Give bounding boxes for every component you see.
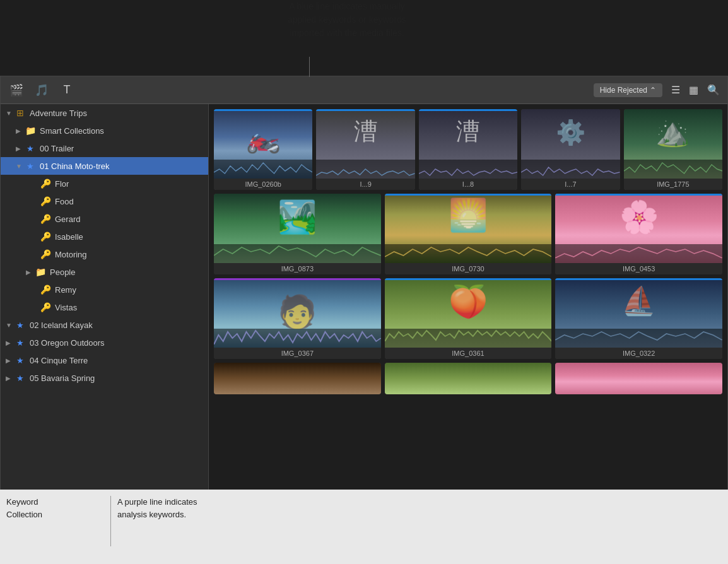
- keyword-icon: 🔑: [40, 231, 51, 242]
- media-card-img0453[interactable]: 🌸 IMG_0453: [555, 194, 722, 274]
- star-icon: ★: [25, 143, 36, 154]
- sidebar-item-adventure-trips[interactable]: ▼ ⊞ Adventure Trips: [1, 104, 208, 122]
- sidebar-item-food[interactable]: 🔑 Food: [1, 192, 208, 210]
- media-row: 🧑 IMG_0367 🍑: [214, 278, 722, 359]
- chevron-icon: ▼: [16, 163, 25, 170]
- media-label: I...7: [521, 179, 619, 190]
- media-card-img1775[interactable]: ⛰️ IMG_1775: [624, 109, 722, 190]
- sidebar-item-label: Adventure Trips: [30, 109, 203, 118]
- purple-keyword-line: [214, 278, 381, 280]
- libraries-icon[interactable]: 🎬: [8, 82, 25, 98]
- media-card-img9[interactable]: 漕 I...9: [316, 109, 414, 190]
- sidebar-item-label: 03 Oregon Outdoors: [30, 338, 203, 348]
- sidebar-item-flor[interactable]: 🔑 Flor: [1, 175, 208, 192]
- sidebar-item-label: Motoring: [55, 250, 203, 259]
- star-icon: ★: [15, 372, 26, 384]
- media-label: IMG_0361: [385, 348, 552, 359]
- sidebar-item-isabelle[interactable]: 🔑 Isabelle: [1, 228, 208, 245]
- media-card-img0367[interactable]: 🧑 IMG_0367: [214, 278, 381, 359]
- hide-rejected-button[interactable]: Hide Rejected ⌃: [594, 83, 662, 97]
- list-view-icon[interactable]: ☰: [671, 84, 680, 96]
- media-card-partial1[interactable]: [214, 363, 381, 394]
- sidebar-item-motoring[interactable]: 🔑 Motoring: [1, 245, 208, 263]
- media-card-img0322[interactable]: ⛵ IMG_0322: [555, 278, 722, 359]
- sidebar-item-02-iceland[interactable]: ▼ ★ 02 Iceland Kayak: [1, 316, 208, 334]
- media-row: [214, 363, 722, 394]
- media-card-img7[interactable]: ⚙️ I...7: [521, 109, 619, 190]
- peach-overlay: 🍑: [449, 283, 488, 320]
- search-icon[interactable]: 🔍: [707, 84, 720, 96]
- media-card-img0873[interactable]: 🏞️ IMG_0873: [214, 194, 381, 274]
- blue-keyword-line: [419, 109, 517, 111]
- blue-keyword-line: [555, 194, 722, 196]
- keyword-icon: 🔑: [40, 249, 51, 260]
- people-overlay: 🧑: [278, 293, 317, 330]
- media-card-img0260b[interactable]: 🏍️ IMG_0260b: [214, 109, 312, 190]
- star-icon: ★: [15, 319, 26, 331]
- sidebar-item-label: People: [50, 267, 203, 277]
- folder-icon: 📁: [35, 266, 46, 278]
- keyword-icon: 🔑: [40, 213, 51, 225]
- sidebar-item-03-oregon[interactable]: ▶ ★ 03 Oregon Outdoors: [1, 334, 208, 351]
- top-callout: A blue line indicates manually applied k…: [233, 0, 461, 40]
- sidebar-item-label: 02 Iceland Kayak: [30, 320, 203, 330]
- sidebar-item-gerard[interactable]: 🔑 Gerard: [1, 210, 208, 228]
- folder-icon: 📁: [25, 125, 36, 136]
- content-area: ▼ ⊞ Adventure Trips ▶ 📁 Smart Collection…: [1, 104, 727, 548]
- chevron-icon: ▼: [6, 322, 15, 329]
- chevron-icon: ▶: [16, 145, 25, 152]
- media-label: IMG_0730: [385, 263, 552, 274]
- annotation-divider: [110, 496, 111, 546]
- sidebar-item-label: Vistas: [55, 303, 203, 312]
- media-label: IMG_0367: [214, 348, 381, 359]
- keyword-collection-label: Keyword Collection: [6, 497, 42, 519]
- blue-keyword-line: [316, 109, 414, 111]
- chevron-icon: ▶: [6, 339, 15, 346]
- media-row: 🏍️ IMG_0260b 漕: [214, 109, 722, 190]
- sidebar-item-label: Isabelle: [55, 232, 203, 242]
- keyword-icon: 🔑: [40, 196, 51, 207]
- chevron-icon: ▶: [6, 375, 15, 382]
- media-label: I...9: [316, 179, 414, 190]
- media-label: I...8: [419, 179, 517, 190]
- sidebar-item-01-china[interactable]: ▼ ★ 01 China Moto-trek: [1, 157, 208, 175]
- sidebar-item-00-trailer[interactable]: ▶ ★ 00 Trailer: [1, 139, 208, 157]
- chevron-icon: ▶: [6, 357, 15, 364]
- media-card-img0730[interactable]: 🌅 IMG_0730: [385, 194, 552, 274]
- media-grid: 🏍️ IMG_0260b 漕: [209, 104, 727, 548]
- chevron-up-icon: ⌃: [650, 86, 656, 95]
- sidebar-item-smart-collections[interactable]: ▶ 📁 Smart Collections: [1, 122, 208, 139]
- hide-rejected-label: Hide Rejected: [600, 86, 647, 95]
- filmstrip-icon[interactable]: ▦: [689, 84, 698, 96]
- titles-icon[interactable]: T: [59, 82, 75, 98]
- blue-keyword-line: [385, 278, 552, 280]
- star-icon: ★: [15, 355, 26, 366]
- sidebar-item-05-bavaria[interactable]: ▶ ★ 05 Bavaria Spring: [1, 369, 208, 387]
- sidebar-item-vistas[interactable]: 🔑 Vistas: [1, 298, 208, 316]
- sidebar-item-label: Smart Collections: [40, 126, 203, 136]
- media-card-partial2[interactable]: [385, 363, 552, 394]
- media-card-img8[interactable]: 漕 I...8: [419, 109, 517, 190]
- chevron-icon: ▶: [16, 127, 25, 134]
- media-label: IMG_1775: [624, 179, 722, 190]
- sidebar-item-people[interactable]: ▶ 📁 People: [1, 263, 208, 281]
- sidebar: ▼ ⊞ Adventure Trips ▶ 📁 Smart Collection…: [1, 104, 209, 548]
- keyword-icon: 🔑: [40, 302, 51, 313]
- sidebar-item-label: 01 China Moto-trek: [40, 162, 203, 171]
- toolbar-right: Hide Rejected ⌃ ☰ ▦ 🔍: [594, 83, 720, 97]
- chevron-icon: ▼: [6, 110, 15, 117]
- sidebar-item-04-cinque[interactable]: ▶ ★ 04 Cinque Terre: [1, 351, 208, 369]
- annotation-keyword-collection: Keyword Collection: [6, 496, 104, 520]
- audio-icon[interactable]: 🎵: [33, 82, 50, 98]
- media-card-partial3[interactable]: [555, 363, 722, 394]
- blue-keyword-line: [385, 194, 552, 196]
- sidebar-item-label: Flor: [55, 179, 203, 189]
- media-card-img0361[interactable]: 🍑 IMG_0361: [385, 278, 552, 359]
- media-label: IMG_0453: [555, 263, 722, 274]
- sidebar-item-remy[interactable]: 🔑 Remy: [1, 281, 208, 298]
- top-callout-text: A blue line indicates manually applied k…: [288, 1, 406, 38]
- media-row: 🏞️ IMG_0873 🌅: [214, 194, 722, 274]
- app-window: 🎬 🎵 T Hide Rejected ⌃ ☰ ▦ 🔍: [0, 76, 728, 549]
- toolbar: 🎬 🎵 T Hide Rejected ⌃ ☰ ▦ 🔍: [1, 76, 727, 104]
- sidebar-item-label: 00 Trailer: [40, 144, 203, 153]
